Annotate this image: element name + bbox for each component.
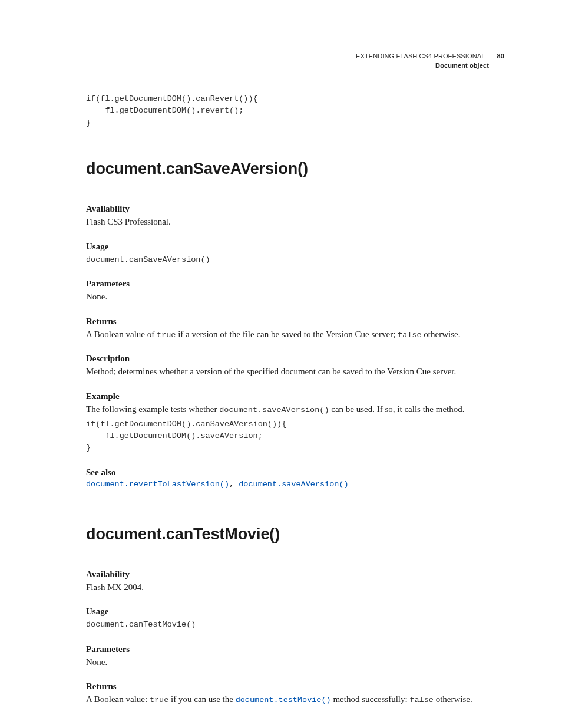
returns-block-2: Returns A Boolean value: true if you can… [86,681,504,706]
parameters-text-2: None. [86,656,504,669]
parameters-text: None. [86,291,504,304]
usage-block-2: Usage document.canTestMovie() [86,607,504,631]
returns-code-false-2: false [409,696,434,704]
parameters-label-2: Parameters [86,644,504,654]
seealso-link-reverttolastversion[interactable]: document.revertToLastVersion() [86,480,229,489]
availability-block: Availability Flash CS3 Professional. [86,204,504,229]
usage-code: document.canSaveAVersion() [86,254,504,266]
usage-code-2: document.canTestMovie() [86,619,504,631]
returns-text-2: A Boolean value: true if you can use the… [86,693,504,706]
availability-text-2: Flash MX 2004. [86,581,504,594]
description-label: Description [86,354,504,364]
description-text: Method; determines whether a version of … [86,365,504,378]
returns-mid: if a version of the file can be saved to… [176,330,398,339]
returns-link-testmovie[interactable]: document.testMovie() [236,696,331,704]
usage-block: Usage document.canSaveAVersion() [86,242,504,266]
availability-label-2: Availability [86,569,504,579]
returns-suffix-2: otherwise. [434,694,472,704]
returns-code-true: true [157,331,176,340]
example-intro: The following example tests whether docu… [86,403,504,416]
description-block: Description Method; determines whether a… [86,354,504,378]
example-code: if(fl.getDocumentDOM().canSaveAVersion()… [86,419,504,454]
seealso-label: See also [86,467,504,477]
returns-mid-2: if you can use the [168,694,235,704]
returns-prefix-2: A Boolean value: [86,694,150,704]
section-label: Document object [356,61,504,70]
example-intro-suffix: can be used. If so, it calls the method. [329,404,465,414]
returns-text: A Boolean value of true if a version of … [86,328,504,341]
section-heading-cantestmovie: document.canTestMovie() [86,525,504,543]
page-content: if(fl.getDocumentDOM().canRevert()){ fl.… [86,52,504,706]
intro-code-block: if(fl.getDocumentDOM().canRevert()){ fl.… [86,93,504,129]
usage-label-2: Usage [86,607,504,617]
parameters-block: Parameters None. [86,279,504,304]
page: EXTENDING FLASH CS4 PROFESSIONAL 80 Docu… [0,0,562,728]
example-intro-prefix: The following example tests whether [86,404,219,414]
returns-code-true-2: true [150,696,168,704]
returns-prefix: A Boolean value of [86,330,157,339]
seealso-links: document.revertToLastVersion(), document… [86,480,504,489]
returns-block: Returns A Boolean value of true if a ver… [86,317,504,341]
page-number: 80 [492,52,504,61]
availability-block-2: Availability Flash MX 2004. [86,569,504,594]
section-heading-cansaveaversion: document.canSaveAVersion() [86,160,504,178]
parameters-block-2: Parameters None. [86,644,504,669]
usage-label: Usage [86,242,504,252]
returns-suffix: otherwise. [422,330,461,339]
example-intro-code: document.saveAVersion() [219,406,329,414]
parameters-label: Parameters [86,279,504,289]
returns-code-false: false [398,331,422,340]
availability-text: Flash CS3 Professional. [86,216,504,229]
example-label: Example [86,391,504,401]
returns-label-2: Returns [86,681,504,691]
seealso-link-saveaversion[interactable]: document.saveAVersion() [239,480,348,489]
returns-label: Returns [86,317,504,327]
availability-label: Availability [86,204,504,214]
returns-mid2-2: method successfully: [331,694,410,704]
seealso-separator: , [229,480,239,489]
example-block: Example The following example tests whet… [86,391,504,454]
seealso-block: See also document.revertToLastVersion(),… [86,467,504,489]
running-header: EXTENDING FLASH CS4 PROFESSIONAL 80 Docu… [356,52,504,70]
book-title: EXTENDING FLASH CS4 PROFESSIONAL [356,52,485,61]
